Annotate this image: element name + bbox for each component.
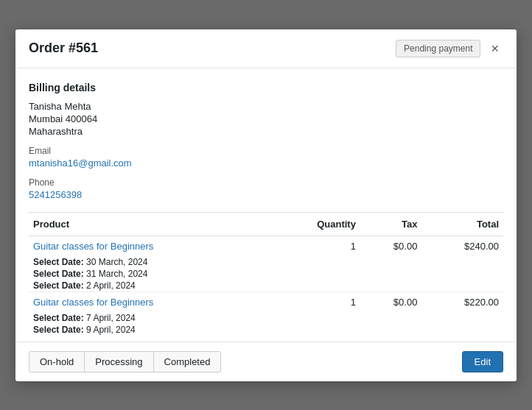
col-header-quantity: Quantity bbox=[271, 212, 360, 236]
modal-title: Order #561 bbox=[29, 40, 98, 56]
product-link[interactable]: Guitar classes for Beginners bbox=[33, 241, 153, 252]
table-row: Guitar classes for Beginners 1 $0.00 $22… bbox=[29, 291, 503, 312]
billing-city-zip: Mumbai 400064 bbox=[29, 113, 503, 124]
table-row: Guitar classes for Beginners 1 $0.00 $24… bbox=[29, 236, 503, 256]
order-modal: Order #561 Pending payment × Billing det… bbox=[15, 29, 517, 381]
list-item: Select Date: 2 April, 2024 bbox=[29, 280, 503, 292]
edit-button[interactable]: Edit bbox=[462, 351, 503, 372]
date-entry: Select Date: 2 April, 2024 bbox=[29, 280, 503, 292]
email-link[interactable]: mtanisha16@gmail.com bbox=[29, 158, 132, 169]
status-btn-processing[interactable]: Processing bbox=[84, 351, 153, 372]
status-btn-on-hold[interactable]: On-hold bbox=[29, 351, 85, 372]
list-item: Select Date: 30 March, 2024 bbox=[29, 256, 503, 268]
list-item: Select Date: 9 April, 2024 bbox=[29, 324, 503, 336]
email-value: mtanisha16@gmail.com bbox=[29, 158, 503, 169]
close-button[interactable]: × bbox=[486, 40, 503, 57]
list-item: Select Date: 31 March, 2024 bbox=[29, 268, 503, 280]
billing-section-title: Billing details bbox=[29, 82, 503, 93]
product-name: Guitar classes for Beginners bbox=[29, 236, 271, 256]
product-tax: $0.00 bbox=[360, 236, 421, 256]
list-item: Select Date: 7 April, 2024 bbox=[29, 312, 503, 324]
billing-name: Tanisha Mehta bbox=[29, 101, 503, 112]
product-total: $220.00 bbox=[421, 291, 503, 312]
phone-value: 5241256398 bbox=[29, 189, 503, 200]
email-field-group: Email mtanisha16@gmail.com bbox=[29, 146, 503, 169]
date-entry: Select Date: 9 April, 2024 bbox=[29, 324, 503, 336]
product-name: Guitar classes for Beginners bbox=[29, 291, 271, 312]
modal-body: Billing details Tanisha Mehta Mumbai 400… bbox=[15, 68, 517, 336]
phone-link[interactable]: 5241256398 bbox=[29, 189, 82, 200]
product-total: $240.00 bbox=[421, 236, 503, 256]
product-quantity: 1 bbox=[271, 291, 360, 312]
date-entry: Select Date: 7 April, 2024 bbox=[29, 312, 503, 324]
phone-label: Phone bbox=[29, 177, 503, 188]
product-table: Product Quantity Tax Total Guitar classe… bbox=[29, 212, 503, 336]
modal-footer: On-hold Processing Completed Edit bbox=[15, 342, 517, 381]
status-btn-completed[interactable]: Completed bbox=[153, 351, 222, 372]
col-header-total: Total bbox=[421, 212, 503, 236]
col-header-product: Product bbox=[29, 212, 271, 236]
email-label: Email bbox=[29, 146, 503, 156]
product-quantity: 1 bbox=[271, 236, 360, 256]
col-header-tax: Tax bbox=[360, 212, 421, 236]
billing-section: Billing details Tanisha Mehta Mumbai 400… bbox=[29, 82, 503, 200]
modal-overlay: Order #561 Pending payment × Billing det… bbox=[0, 0, 532, 410]
product-link[interactable]: Guitar classes for Beginners bbox=[33, 297, 153, 308]
header-right: Pending payment × bbox=[396, 40, 503, 57]
modal-header: Order #561 Pending payment × bbox=[15, 29, 517, 68]
status-badge: Pending payment bbox=[396, 40, 480, 57]
date-entry: Select Date: 31 March, 2024 bbox=[29, 268, 503, 280]
status-buttons: On-hold Processing Completed bbox=[29, 351, 221, 372]
billing-state: Maharashtra bbox=[29, 126, 503, 137]
phone-field-group: Phone 5241256398 bbox=[29, 177, 503, 200]
date-entry: Select Date: 30 March, 2024 bbox=[29, 256, 503, 268]
product-tax: $0.00 bbox=[360, 291, 421, 312]
